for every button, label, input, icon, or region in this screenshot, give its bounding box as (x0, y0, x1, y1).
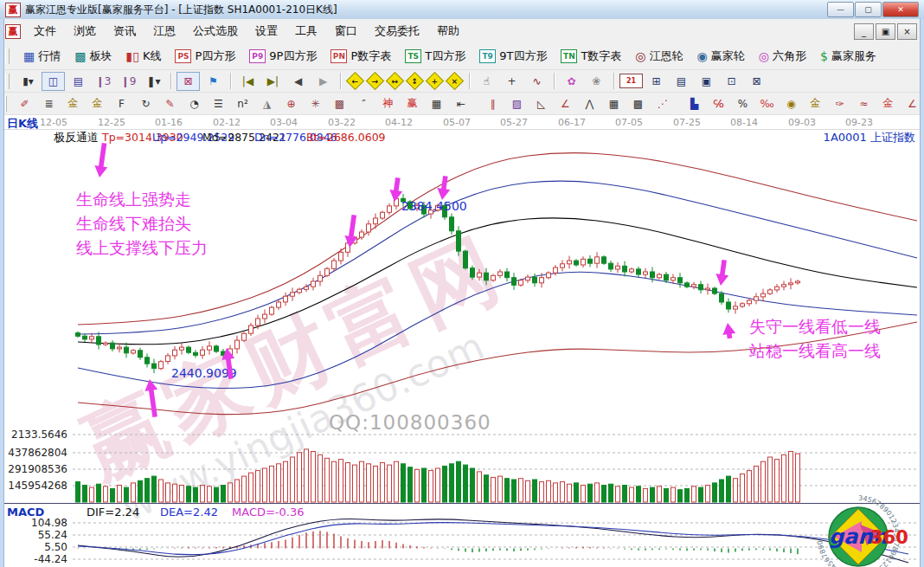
kline-style-dropdown-button[interactable]: ▮▾ (16, 72, 40, 91)
next-bar-button[interactable]: ▶ (311, 72, 335, 91)
shen-tool[interactable]: 神 (376, 94, 400, 113)
grid2-tool[interactable]: ▩ (626, 94, 650, 113)
wave-v-tool[interactable]: ⋀ (578, 94, 601, 113)
zigzag-pattern-button[interactable]: ◫ (42, 72, 65, 91)
gann-circle-tool[interactable]: ⊕ (279, 94, 303, 113)
permille-tool[interactable]: ‰ (755, 94, 779, 113)
arrow-note-tool[interactable]: ✑ (828, 94, 851, 113)
winner-wheel-button[interactable]: ◉赢家轮 (692, 47, 750, 66)
gann-lr-button[interactable]: ↔ (386, 72, 404, 90)
volume-bar (436, 468, 440, 502)
gann-all-button[interactable]: + (426, 72, 444, 90)
brush-tool[interactable]: ✎ (158, 94, 182, 113)
calendar-button[interactable]: 21 (619, 74, 643, 88)
mdi-minimize-button[interactable]: _ (854, 23, 874, 40)
t-square-button[interactable]: TST四方形 (400, 47, 471, 66)
first-bar-button[interactable]: |◀ (236, 72, 260, 91)
hist-tool[interactable]: ▙ (683, 94, 706, 113)
t-digit-table-button[interactable]: TNT数字表 (555, 47, 626, 66)
kline-chart[interactable]: 赢家财富网www.yingjia360.com12-0512-2501-1602… (0, 115, 924, 567)
pattern-select-button[interactable]: ⊠ (176, 72, 200, 91)
menu-window[interactable]: 窗口 (326, 20, 366, 42)
gold-angle-tool[interactable]: 金 (876, 94, 900, 113)
fan-lines-tool[interactable]: ∥ (481, 94, 504, 113)
spiral-tool[interactable]: ↻ (134, 94, 157, 113)
volume-bar (554, 483, 558, 502)
p-square-button[interactable]: PSP四方形 (170, 47, 241, 66)
flag-tool[interactable]: ◮ (255, 94, 279, 113)
close-button[interactable]: ✕ (882, 2, 919, 17)
gann-cross-button[interactable]: × (446, 72, 464, 90)
gann-right-button[interactable]: → (366, 72, 384, 90)
crosshair-tool-button[interactable]: + (500, 72, 523, 91)
nine-p-square-button[interactable]: P99P四方形 (244, 47, 322, 66)
dress-button[interactable]: ✿ (560, 72, 583, 91)
cycle-tool[interactable]: ◔ (183, 94, 206, 113)
bars-3-button[interactable]: ❙3 (92, 72, 115, 91)
fib-levels-tool[interactable]: ≣ (37, 94, 61, 113)
chart-area[interactable]: 赢家财富网www.yingjia360.com12-0512-2501-1602… (0, 115, 924, 567)
menu-tools[interactable]: 工具 (286, 20, 326, 42)
gold-line-tool[interactable]: 金 (804, 94, 827, 113)
quote-mark-tool[interactable]: ″ (352, 94, 375, 113)
menu-formula-stock-pick[interactable]: 公式选股 (184, 20, 247, 42)
network-button[interactable]: ⊡ (720, 72, 743, 91)
grid1-tool[interactable]: ▦ (602, 94, 626, 113)
gold-ratio-tool[interactable]: 金 (61, 94, 85, 113)
extend-tool[interactable]: ⇤ (449, 94, 472, 113)
lines-tool[interactable]: ☰ (207, 94, 230, 113)
color-chart-button[interactable]: ⚑ (202, 72, 225, 91)
menu-news[interactable]: 资讯 (105, 20, 144, 42)
triangle-tool[interactable]: ◺ (529, 94, 553, 113)
gold-ratio2-tool[interactable]: 金 (86, 94, 109, 113)
kline-button[interactable]: ▮▯K线 (120, 47, 166, 66)
menu-file[interactable]: 文件 (25, 20, 65, 42)
percent-line-tool[interactable]: ℅ (707, 94, 730, 113)
clipboard-button[interactable]: ▤ (67, 72, 90, 91)
angle-tool[interactable]: ∠ (554, 94, 577, 113)
save-button[interactable]: ▣ (695, 72, 718, 91)
sectors-button[interactable]: ▩板块 (69, 47, 117, 66)
menu-gann[interactable]: 江恩 (144, 20, 184, 42)
fib-f-tool[interactable]: F (110, 94, 133, 113)
mdi-close-button[interactable]: × (897, 23, 917, 40)
pencil-tool[interactable]: ✐ (13, 94, 36, 113)
gann-wheel-button[interactable]: ◎江恩轮 (630, 47, 688, 66)
notes-button[interactable]: ▤ (670, 72, 693, 91)
hexagon-button[interactable]: ◎六角形 (754, 47, 812, 66)
parallel-tool[interactable]: ⋰ (651, 94, 674, 113)
titlebar[interactable]: 赢 赢家江恩专业版[赢家服务平台] - [上证指数 SH1A0001-210日K… (0, 0, 924, 20)
menu-help[interactable]: 帮助 (428, 20, 468, 42)
calculator-button[interactable]: ⊞ (645, 72, 668, 91)
hand-tool-button[interactable]: ☝ (475, 72, 498, 91)
wave2-tool[interactable]: ≈ (852, 94, 876, 113)
percent-tool[interactable]: % (731, 94, 754, 113)
single-candle-dropdown-button[interactable]: ❚▾ (142, 72, 165, 91)
ying-tool[interactable]: 赢 (401, 94, 424, 113)
gold-circle-tool[interactable]: ◉ (780, 94, 803, 113)
web-tool[interactable]: ✳ (304, 94, 327, 113)
prev-bar-button[interactable]: ◀ (286, 72, 310, 91)
last-bar-button[interactable]: ▶| (261, 72, 285, 91)
menu-trade[interactable]: 交易委托 (366, 20, 428, 42)
bars-9-button[interactable]: ❙9 (117, 72, 140, 91)
gann-left-button[interactable]: ← (346, 72, 364, 90)
mdi-restore-button[interactable]: ▣ (876, 23, 895, 40)
matrix-tool[interactable]: ▦ (425, 94, 448, 113)
draw-toolbar: ✐≣金金F↻✎◔☰n²◮⊕✳▩″神赢▦⇤∥▨◺∠⋀▦▩⋰▙℅%‰◉金✑≈金∠F金… (0, 93, 924, 115)
quotes-button[interactable]: ▦行情 (18, 47, 66, 66)
grid-box-tool[interactable]: ▩ (328, 94, 351, 113)
square-n2-tool[interactable]: n² (231, 94, 254, 113)
nine-t-square-button[interactable]: T99T四方形 (474, 47, 552, 66)
remote-button[interactable]: ⊠ (745, 72, 768, 91)
winner-service-button[interactable]: $赢家服务 (815, 47, 882, 66)
minimize-button[interactable]: — (827, 2, 854, 17)
mind-button[interactable]: ❀ (585, 72, 608, 91)
menu-settings[interactable]: 设置 (247, 20, 286, 42)
p-digit-table-button[interactable]: PNP数字表 (325, 47, 396, 66)
box-pattern-tool[interactable]: ▨ (505, 94, 529, 113)
gann-ud-button[interactable]: ↕ (406, 72, 424, 90)
menu-browse[interactable]: 浏览 (65, 20, 105, 42)
wave-measure-button[interactable]: ∿ (525, 72, 549, 91)
maximize-button[interactable]: ▢ (855, 2, 882, 17)
